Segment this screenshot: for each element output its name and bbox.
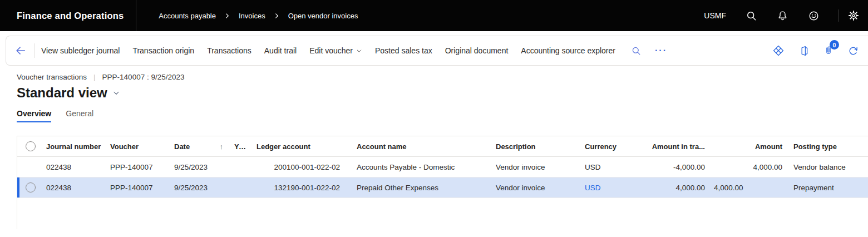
- cell-account-name: Accounts Payable - Domestic: [346, 163, 485, 171]
- caption-separator: |: [93, 73, 96, 81]
- cell-currency: USD: [574, 163, 636, 171]
- cell-ledger-account: 200100-001-022-02: [251, 163, 346, 171]
- chevron-down-icon: [356, 48, 362, 54]
- cell-posting-type: Vendor balance: [783, 163, 868, 171]
- notifications-bell-icon[interactable]: [776, 9, 788, 22]
- tab-overview[interactable]: Overview: [17, 109, 51, 122]
- breadcrumb-open-vendor-invoices[interactable]: Open vendor invoices: [288, 12, 358, 20]
- grid-header-row: Journal number Voucher Date ↑ Ye... Ledg…: [17, 136, 868, 157]
- page-content: Voucher transactions | PPP-140007 : 9/25…: [0, 73, 868, 229]
- tab-general[interactable]: General: [66, 109, 93, 122]
- breadcrumb: Accounts payable Invoices Open vendor in…: [159, 12, 358, 20]
- edit-voucher-label: Edit voucher: [309, 46, 353, 55]
- back-arrow-icon[interactable]: [12, 45, 29, 57]
- company-picker[interactable]: USMF: [704, 11, 726, 20]
- chevron-right-icon: [274, 12, 280, 19]
- cell-amount: 4,000.00: [706, 184, 783, 192]
- cell-journal-number: 022438: [44, 163, 108, 171]
- view-subledger-journal-button[interactable]: View subledger journal: [41, 46, 120, 55]
- action-search-icon[interactable]: [631, 46, 642, 56]
- cell-voucher: PPP-140007: [108, 184, 172, 192]
- chevron-right-icon: [224, 12, 230, 19]
- cell-account-name: Prepaid Other Expenses: [346, 184, 485, 192]
- col-header-description[interactable]: Description: [485, 142, 574, 151]
- sort-ascending-icon: ↑: [220, 142, 224, 151]
- select-all-circle[interactable]: [26, 141, 36, 151]
- table-row-selected[interactable]: 022438 PPP-140007 9/25/2023 132190-001-0…: [17, 177, 868, 198]
- topbar-right-cluster: USMF: [704, 9, 868, 22]
- feedback-smiley-icon[interactable]: [807, 9, 820, 22]
- col-header-ledger-account[interactable]: Ledger account: [251, 142, 346, 151]
- settings-gear-icon[interactable]: [839, 9, 868, 22]
- col-header-posting-type[interactable]: Posting type: [783, 142, 868, 151]
- view-selector[interactable]: Standard view: [17, 85, 868, 101]
- cell-amount-in-transaction: -4,000.00: [636, 163, 706, 171]
- power-apps-icon[interactable]: [772, 45, 785, 57]
- edit-voucher-menu-button[interactable]: Edit voucher: [309, 46, 362, 55]
- accounting-source-explorer-button[interactable]: Accounting source explorer: [521, 46, 615, 55]
- app-title: Finance and Operations: [17, 11, 124, 21]
- grid-empty-area: [17, 198, 868, 229]
- office-apps-icon[interactable]: [798, 45, 810, 57]
- cell-posting-type: Prepayment: [783, 184, 868, 192]
- row-select-cell[interactable]: [17, 182, 44, 192]
- action-pane-items: View subledger journal Transaction origi…: [41, 46, 615, 55]
- date-header-label: Date: [174, 142, 190, 151]
- col-header-currency[interactable]: Currency: [574, 142, 636, 151]
- tab-strip: Overview General: [17, 109, 868, 122]
- refresh-icon[interactable]: [847, 45, 859, 57]
- posted-sales-tax-button[interactable]: Posted sales tax: [375, 46, 432, 55]
- col-header-amount[interactable]: Amount: [706, 142, 783, 151]
- audit-trail-button[interactable]: Audit trail: [264, 46, 297, 55]
- overflow-ellipsis-button[interactable]: ···: [655, 48, 667, 53]
- topbar-divider: [136, 0, 136, 31]
- cell-date: 9/25/2023: [172, 184, 228, 192]
- search-icon[interactable]: [745, 9, 757, 22]
- col-header-amount-in-transaction[interactable]: Amount in tra...: [636, 142, 706, 151]
- cell-amount: 4,000.00: [706, 163, 783, 171]
- row-select-circle[interactable]: [26, 182, 36, 192]
- cell-date: 9/25/2023: [172, 163, 228, 171]
- top-navigation-bar: Finance and Operations Accounts payable …: [0, 0, 868, 31]
- action-pane-right-icons: 0: [772, 45, 859, 57]
- col-header-voucher[interactable]: Voucher: [108, 142, 172, 151]
- transactions-button[interactable]: Transactions: [207, 46, 251, 55]
- cell-currency-link[interactable]: USD: [574, 184, 636, 192]
- action-pane-divider: [34, 43, 34, 58]
- col-header-date[interactable]: Date ↑: [172, 142, 228, 151]
- cell-voucher: PPP-140007: [108, 163, 172, 171]
- col-header-account-name[interactable]: Account name: [346, 142, 485, 151]
- action-pane: View subledger journal Transaction origi…: [6, 36, 868, 66]
- cell-description: Vendor invoice: [485, 184, 574, 192]
- record-context-line: Voucher transactions | PPP-140007 : 9/25…: [17, 73, 868, 81]
- cell-description: Vendor invoice: [485, 163, 574, 171]
- col-header-year[interactable]: Ye...: [228, 142, 251, 151]
- col-header-journal-number[interactable]: Journal number: [44, 142, 108, 151]
- original-document-button[interactable]: Original document: [445, 46, 509, 55]
- breadcrumb-accounts-payable[interactable]: Accounts payable: [159, 12, 216, 20]
- attachments-paperclip-icon[interactable]: 0: [823, 45, 834, 57]
- transaction-origin-button[interactable]: Transaction origin: [132, 46, 194, 55]
- cell-amount-in-transaction: 4,000.00: [636, 184, 706, 192]
- page-title: Standard view: [17, 85, 107, 101]
- breadcrumb-invoices[interactable]: Invoices: [239, 12, 265, 20]
- chevron-down-icon: [112, 89, 120, 97]
- voucher-transactions-grid: Journal number Voucher Date ↑ Ye... Ledg…: [17, 136, 868, 229]
- attachments-count-badge: 0: [830, 40, 839, 50]
- select-all-checkbox[interactable]: [17, 141, 44, 151]
- cell-journal-number: 022438: [44, 184, 108, 192]
- record-id: PPP-140007 : 9/25/2023: [102, 73, 185, 81]
- form-caption: Voucher transactions: [17, 73, 87, 81]
- table-row[interactable]: 022438 PPP-140007 9/25/2023 200100-001-0…: [17, 157, 868, 177]
- cell-ledger-account: 132190-001-022-02: [251, 184, 346, 192]
